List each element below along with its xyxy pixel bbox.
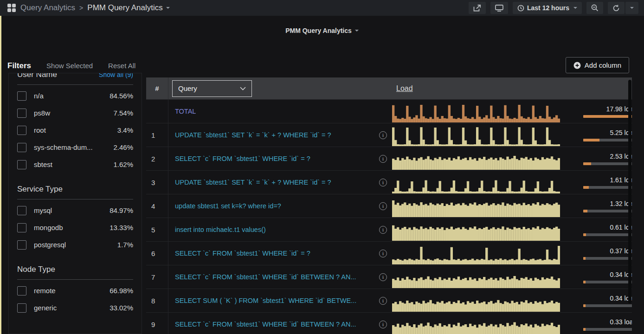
table-row[interactable]: 7SELECT `c` FROM `sbtest1` WHERE `id` BE… <box>146 265 632 289</box>
breadcrumb-caret-icon <box>166 7 170 9</box>
time-range-picker[interactable]: Last 12 hours <box>513 2 582 14</box>
checkbox[interactable] <box>17 160 26 169</box>
reset-all-button[interactable]: Reset All <box>108 62 135 70</box>
table-row[interactable]: TOTAL17.98 load <box>146 99 632 123</box>
checkbox[interactable] <box>17 286 26 295</box>
filter-section-title: Service Type <box>17 185 63 194</box>
checkbox[interactable] <box>17 223 26 232</box>
table-scrollbar[interactable] <box>628 80 631 303</box>
monitor-icon <box>495 5 503 12</box>
row-rank <box>146 100 168 123</box>
query-cell: SELECT `c` FROM `sbtest1` WHERE `id` BET… <box>168 313 392 334</box>
refresh-button[interactable] <box>608 2 625 14</box>
query-link[interactable]: TOTAL <box>175 108 196 115</box>
table-row[interactable]: 4update sbtest1 set k=k? where id=?i1.32… <box>146 194 632 218</box>
info-icon[interactable]: i <box>379 273 387 281</box>
query-link[interactable]: update sbtest1 set k=k? where id=? <box>175 202 281 210</box>
filter-sections: User NameShow all (9)n/a84.56%ps8w7.54%r… <box>17 73 133 316</box>
query-link[interactable]: SELECT SUM ( `K` ) FROM `sbtest1` WHERE … <box>175 297 356 304</box>
filter-item-percent: 1.62% <box>113 161 133 168</box>
filter-item[interactable]: sys-schema-dum...2.46% <box>17 139 133 156</box>
filter-item[interactable]: n/a84.56% <box>17 87 133 104</box>
dashboard-title: PMM Query Analytics <box>285 27 352 34</box>
info-icon[interactable]: i <box>379 155 387 163</box>
dashboard-title-caret-icon <box>355 30 359 32</box>
load-bar <box>583 162 632 165</box>
checkbox[interactable] <box>17 91 26 101</box>
query-cell: SELECT `c` FROM `sbtest1` WHERE `id` BET… <box>168 265 392 289</box>
filter-item[interactable]: mysql84.97% <box>17 202 133 219</box>
load-sparkline <box>392 173 560 193</box>
filter-item[interactable]: postgresql1.7% <box>17 236 133 253</box>
filter-item-label: n/a <box>34 92 44 100</box>
add-column-button[interactable]: Add column <box>566 57 629 73</box>
load-column-header[interactable]: Load <box>392 84 632 93</box>
plus-circle-icon <box>573 62 581 69</box>
chevron-down-icon <box>240 87 246 90</box>
info-icon[interactable]: i <box>379 226 387 234</box>
query-link[interactable]: SELECT `c` FROM `sbtest1` WHERE `id` BET… <box>175 273 356 281</box>
filter-item[interactable]: sbtest1.62% <box>17 156 133 173</box>
refresh-interval-dropdown[interactable] <box>625 2 638 14</box>
info-icon[interactable]: i <box>379 297 387 305</box>
section-divider <box>17 84 133 85</box>
filter-item-label: root <box>34 126 46 134</box>
load-sparkline <box>392 102 560 122</box>
load-metrics: 0.34 load <box>581 271 632 283</box>
query-link[interactable]: SELECT `c` FROM `sbtest1` WHERE `id` BET… <box>175 321 356 328</box>
tv-mode-button[interactable] <box>490 2 508 14</box>
table-row[interactable]: 8SELECT SUM ( `K` ) FROM `sbtest1` WHERE… <box>146 289 632 312</box>
load-bar <box>583 304 632 307</box>
table-row[interactable]: 2SELECT `c` FROM `sbtest1` WHERE `id` = … <box>146 147 632 170</box>
dashboard-title-dropdown[interactable]: PMM Query Analytics <box>285 27 359 34</box>
load-bar <box>583 139 632 141</box>
share-button[interactable] <box>469 2 486 14</box>
query-link[interactable]: UPDATE `sbtest1` SET `k` = `k` + ? WHERE… <box>175 131 331 139</box>
filter-item-label: postgresql <box>34 241 66 249</box>
show-selected-button[interactable]: Show Selected <box>46 62 93 70</box>
load-bar-fill <box>583 210 587 212</box>
load-bar-fill <box>583 257 586 260</box>
checkbox[interactable] <box>17 206 26 215</box>
query-link[interactable]: insert into michaelc.t1 values() <box>175 226 266 233</box>
filter-item[interactable]: remote66.98% <box>17 282 133 299</box>
breadcrumb-section[interactable]: Query Analytics <box>20 3 75 13</box>
checkbox[interactable] <box>17 303 26 313</box>
filter-item[interactable]: mongodb13.33% <box>17 219 133 236</box>
filter-item[interactable]: ps8w7.54% <box>17 104 133 122</box>
filter-item[interactable]: root3.4% <box>17 122 133 139</box>
info-icon[interactable]: i <box>379 131 387 139</box>
info-icon[interactable]: i <box>379 250 387 257</box>
table-row[interactable]: 1UPDATE `sbtest1` SET `k` = `k` + ? WHER… <box>146 123 632 147</box>
query-cell: SELECT SUM ( `K` ) FROM `sbtest1` WHERE … <box>168 289 392 312</box>
filter-item-percent: 7.54% <box>113 109 133 117</box>
breadcrumb-page[interactable]: PMM Query Analytics <box>87 3 163 13</box>
filter-section: User NameShow all (9)n/a84.56%ps8w7.54%r… <box>17 73 133 173</box>
load-sparkline <box>392 268 560 288</box>
info-icon[interactable]: i <box>379 202 387 210</box>
filter-section-header: Node Type <box>17 265 133 274</box>
load-metrics: 0.37 load <box>581 247 632 260</box>
checkbox[interactable] <box>17 240 26 250</box>
query-link[interactable]: SELECT `c` FROM `sbtest1` WHERE `id` = ? <box>175 155 310 162</box>
info-icon[interactable]: i <box>379 321 387 328</box>
load-metrics: 2.53 load <box>581 153 632 165</box>
table-row[interactable]: 6SELECT `c` FROM `sbtest1` WHERE `id` = … <box>146 241 632 265</box>
table-row[interactable]: 9SELECT `c` FROM `sbtest1` WHERE `id` BE… <box>146 312 632 334</box>
table-row[interactable]: 3UPDATE `sbtest1` SET `k` = `k` + ? WHER… <box>146 170 632 194</box>
dashboard-grid-icon[interactable] <box>7 4 16 12</box>
filter-item[interactable]: generic33.02% <box>17 299 133 316</box>
show-all-link[interactable]: Show all (9) <box>99 73 133 78</box>
query-cell: update sbtest1 set k=k? where id=?i <box>168 194 392 218</box>
query-link[interactable]: SELECT `c` FROM `sbtest1` WHERE `id` = ? <box>175 250 310 257</box>
query-cell: SELECT `c` FROM `sbtest1` WHERE `id` = ?… <box>168 147 392 170</box>
checkbox[interactable] <box>17 126 26 135</box>
checkbox[interactable] <box>17 109 26 118</box>
checkbox[interactable] <box>17 143 26 152</box>
query-link[interactable]: UPDATE `sbtest1` SET `k` = `k` + ? WHERE… <box>175 179 331 186</box>
load-metrics: 5.25 load <box>581 129 632 141</box>
zoom-out-button[interactable] <box>586 2 603 14</box>
info-icon[interactable]: i <box>379 179 387 186</box>
query-column-selector[interactable]: Query <box>172 80 252 97</box>
table-row[interactable]: 5insert into michaelc.t1 values()i0.61 l… <box>146 218 632 241</box>
